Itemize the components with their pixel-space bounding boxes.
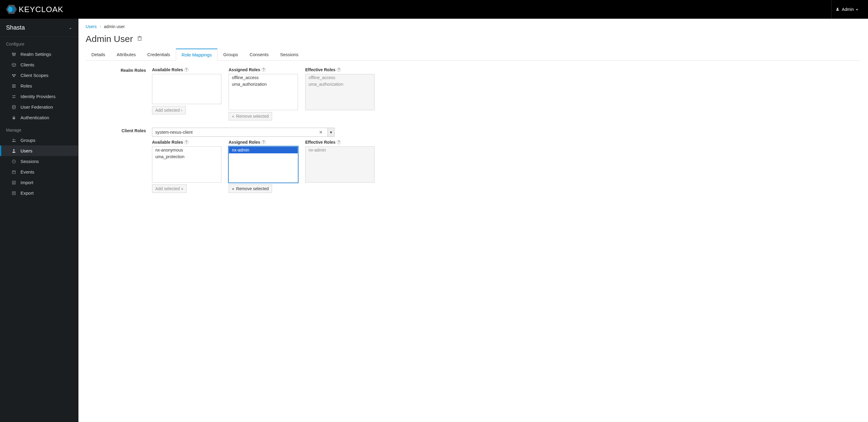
user-icon xyxy=(836,7,839,12)
svg-rect-36 xyxy=(138,37,141,40)
svg-point-3 xyxy=(837,8,838,9)
breadcrumb-sep-icon: › xyxy=(100,24,101,29)
client-add-selected-button[interactable]: Add selected xyxy=(152,185,187,193)
tab-role-mappings[interactable]: Role Mappings xyxy=(176,49,217,61)
sidebar-item-label: Sessions xyxy=(21,159,39,164)
user-menu[interactable]: Admin ▾ xyxy=(831,0,862,19)
role-option: uma_authorization xyxy=(306,81,374,88)
keycloak-logo-icon xyxy=(6,5,17,14)
role-option[interactable]: offline_access xyxy=(229,74,298,81)
list-icon xyxy=(11,84,16,88)
sidebar-item-users[interactable]: Users xyxy=(0,145,78,156)
tab-attributes[interactable]: Attributes xyxy=(111,49,142,61)
realm-remove-selected-button[interactable]: Remove selected xyxy=(228,112,272,120)
label-assigned-roles: Assigned Roles xyxy=(228,67,260,72)
sidebar-item-label: Clients xyxy=(21,62,34,67)
svg-rect-14 xyxy=(12,74,13,76)
help-icon[interactable]: ? xyxy=(184,140,188,144)
sidebar-item-user-federation[interactable]: User Federation xyxy=(0,102,78,112)
client-available-roles-list[interactable]: nx-anonymousuma_protection xyxy=(152,146,221,182)
tab-sessions[interactable]: Sessions xyxy=(275,49,304,61)
user-icon xyxy=(11,149,16,153)
sidebar-item-import[interactable]: Import xyxy=(0,177,78,188)
breadcrumb-root-link[interactable]: Users xyxy=(86,24,97,29)
realm-effective-roles-list: offline_accessuma_authorization xyxy=(305,74,375,110)
sidebar-item-client-scopes[interactable]: Client Scopes xyxy=(0,70,78,81)
svg-rect-16 xyxy=(13,76,15,77)
sidebar-item-label: Import xyxy=(21,180,33,185)
sidebar-item-label: Authentication xyxy=(21,115,49,120)
cubes-icon xyxy=(11,73,16,78)
sidebar-item-label: Users xyxy=(21,148,32,153)
sidebar-item-label: Client Scopes xyxy=(21,73,49,78)
tab-details[interactable]: Details xyxy=(86,49,111,61)
help-icon[interactable]: ? xyxy=(261,67,266,72)
svg-line-11 xyxy=(12,64,14,65)
nav-section-configure: Configure xyxy=(0,37,78,49)
breadcrumb: Users › admin user xyxy=(86,24,861,29)
brand-text: KEYCLOAK xyxy=(19,5,63,14)
tab-consents[interactable]: Consents xyxy=(244,49,274,61)
sidebar-item-groups[interactable]: Groups xyxy=(0,135,78,145)
label-realm-roles: Realm Roles xyxy=(86,67,146,120)
help-icon[interactable]: ? xyxy=(337,67,341,72)
sidebar-item-identity-providers[interactable]: Identity Providers xyxy=(0,91,78,102)
svg-rect-18 xyxy=(12,86,16,86)
realm-selector[interactable]: Shasta ⌄ xyxy=(0,19,78,37)
sidebar-item-label: Groups xyxy=(21,138,35,143)
realm-name: Shasta xyxy=(6,24,25,31)
role-option[interactable]: nx-admin xyxy=(229,147,298,153)
client-clear-button[interactable]: ✕ xyxy=(317,130,324,135)
sidebar-item-roles[interactable]: Roles xyxy=(0,81,78,91)
label-available-roles: Available Roles xyxy=(152,140,183,145)
client-select[interactable]: system-nexus-client ✕ xyxy=(152,128,328,137)
tabs: Details Attributes Credentials Role Mapp… xyxy=(86,48,861,61)
realm-add-selected-button[interactable]: Add selected xyxy=(152,106,186,114)
client-remove-selected-button[interactable]: Remove selected xyxy=(228,185,272,193)
help-icon[interactable]: ? xyxy=(184,67,188,72)
page-title-row: Admin User xyxy=(86,34,861,44)
sidebar-item-label: Events xyxy=(21,169,34,174)
calendar-icon xyxy=(11,170,16,174)
role-option[interactable]: uma_authorization xyxy=(229,81,298,88)
svg-rect-17 xyxy=(12,85,16,85)
role-option[interactable]: nx-anonymous xyxy=(152,147,221,153)
sidebar-item-export[interactable]: Export xyxy=(0,188,78,198)
realm-available-roles-list[interactable] xyxy=(152,74,221,104)
exchange-icon xyxy=(11,94,16,99)
svg-point-8 xyxy=(13,54,14,55)
delete-user-button[interactable] xyxy=(137,36,142,43)
svg-line-12 xyxy=(14,64,16,65)
client-assigned-roles-list[interactable]: nx-admin xyxy=(228,146,298,182)
sidebar-item-realm-settings[interactable]: Realm Settings xyxy=(0,49,78,59)
client-select-value: system-nexus-client xyxy=(155,130,193,135)
content-area: Users › admin user Admin User Details At… xyxy=(79,19,868,422)
help-icon[interactable]: ? xyxy=(337,140,341,144)
realm-assigned-roles-list[interactable]: offline_accessuma_authorization xyxy=(228,74,298,110)
nav-section-manage: Manage xyxy=(0,123,78,135)
label-client-roles: Client Roles xyxy=(86,128,146,193)
sidebar-item-label: Identity Providers xyxy=(21,94,56,99)
brand-logo[interactable]: KEYCLOAK xyxy=(6,5,63,14)
help-icon[interactable]: ? xyxy=(261,140,266,144)
tab-groups[interactable]: Groups xyxy=(217,49,244,61)
label-effective-roles: Effective Roles xyxy=(305,140,335,145)
sidebar-item-sessions[interactable]: Sessions xyxy=(0,156,78,167)
clock-icon xyxy=(11,159,16,164)
sidebar-item-label: Roles xyxy=(21,83,32,88)
sidebar-item-clients[interactable]: Clients xyxy=(0,59,78,70)
export-icon xyxy=(11,191,16,195)
svg-point-22 xyxy=(12,105,16,107)
page-title: Admin User xyxy=(86,34,133,44)
cube-icon xyxy=(11,63,16,67)
import-icon xyxy=(11,180,16,185)
svg-rect-19 xyxy=(12,87,16,88)
client-effective-roles-list: nx-admin xyxy=(305,146,375,182)
sidebar: Shasta ⌄ Configure Realm Settings Client… xyxy=(0,19,79,422)
client-select-caret[interactable]: ▾ xyxy=(328,128,335,137)
sidebar-item-events[interactable]: Events xyxy=(0,167,78,177)
tab-credentials[interactable]: Credentials xyxy=(142,49,176,61)
role-option[interactable]: uma_protection xyxy=(152,153,221,160)
sidebar-item-authentication[interactable]: Authentication xyxy=(0,112,78,123)
svg-rect-15 xyxy=(14,74,16,76)
